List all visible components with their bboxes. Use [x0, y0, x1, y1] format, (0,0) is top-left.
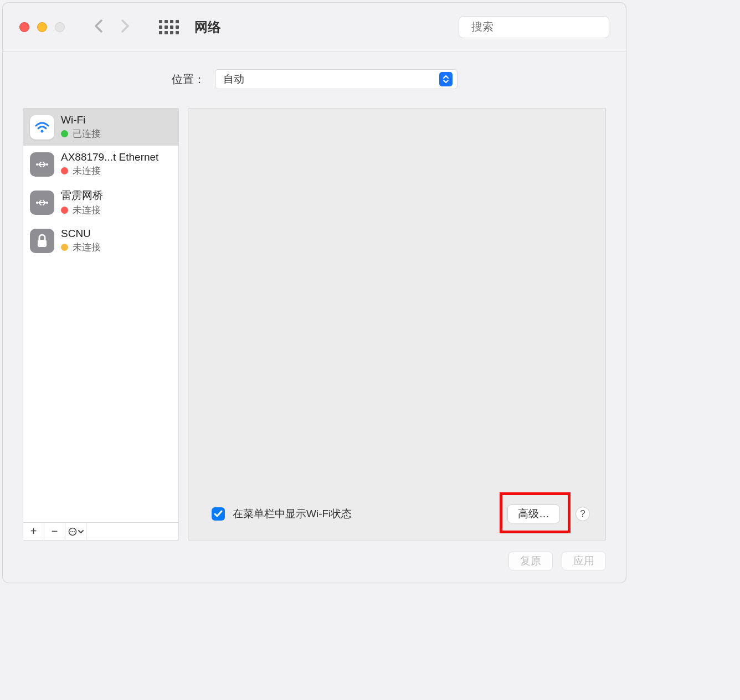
- status-dot-icon: [61, 244, 68, 251]
- service-name: 雷雳网桥: [61, 188, 103, 203]
- service-name: SCNU: [61, 228, 101, 240]
- body-area: Wi-Fi 已连接 AX88179...t Ethernet: [3, 99, 626, 541]
- apply-button[interactable]: 应用: [562, 552, 606, 570]
- svg-point-10: [72, 531, 73, 532]
- location-row: 位置： 自动: [3, 52, 626, 99]
- service-text: SCNU 未连接: [61, 228, 101, 254]
- select-stepper-icon: [439, 72, 453, 86]
- show-in-menubar-checkbox[interactable]: [212, 507, 225, 521]
- service-status: 未连接: [73, 241, 101, 254]
- close-window-button[interactable]: [19, 22, 29, 32]
- service-actions-menu[interactable]: [65, 523, 86, 540]
- minimize-window-button[interactable]: [37, 22, 47, 32]
- service-status-row: 未连接: [61, 164, 158, 177]
- service-text: 雷雳网桥 未连接: [61, 188, 103, 217]
- help-button[interactable]: ?: [575, 507, 590, 521]
- service-name: Wi-Fi: [61, 114, 101, 126]
- ethernet-icon: [30, 152, 54, 177]
- service-status: 未连接: [73, 204, 101, 217]
- back-button[interactable]: [94, 18, 104, 37]
- ellipsis-icon: [68, 527, 77, 536]
- show-in-menubar-label: 在菜单栏中显示Wi-Fi状态: [233, 507, 352, 521]
- svg-point-9: [70, 531, 71, 532]
- search-field[interactable]: [459, 16, 609, 38]
- nav-arrows: [94, 18, 130, 37]
- advanced-button[interactable]: 高级…: [507, 505, 560, 523]
- svg-point-6: [46, 202, 48, 204]
- remove-service-button[interactable]: −: [44, 523, 65, 540]
- status-dot-icon: [61, 167, 68, 174]
- location-label: 位置：: [172, 72, 205, 87]
- service-status-row: 未连接: [61, 241, 101, 254]
- traffic-lights: [19, 22, 65, 32]
- show-all-icon[interactable]: [159, 20, 179, 34]
- wifi-icon: [30, 115, 54, 140]
- service-item-vpn[interactable]: SCNU 未连接: [23, 222, 178, 259]
- svg-point-5: [36, 202, 38, 204]
- svg-point-2: [41, 130, 44, 132]
- service-list: Wi-Fi 已连接 AX88179...t Ethernet: [23, 109, 178, 522]
- service-status: 已连接: [73, 127, 101, 140]
- ethernet-icon: [30, 191, 54, 215]
- detail-pane: 在菜单栏中显示Wi-Fi状态 高级… ?: [188, 108, 606, 541]
- titlebar: 网络: [3, 3, 626, 52]
- service-status: 未连接: [73, 164, 101, 177]
- svg-point-4: [46, 163, 48, 166]
- service-status-row: 未连接: [61, 204, 103, 217]
- zoom-window-button[interactable]: [55, 22, 65, 32]
- forward-button[interactable]: [120, 18, 130, 37]
- service-item-ethernet[interactable]: AX88179...t Ethernet 未连接: [23, 146, 178, 183]
- service-item-wifi[interactable]: Wi-Fi 已连接: [23, 109, 178, 146]
- chevron-down-icon: [78, 529, 84, 534]
- location-value: 自动: [223, 72, 244, 86]
- footer-buttons: 复原 应用: [3, 541, 626, 583]
- network-preferences-window: 网络 位置： 自动 Wi-Fi: [2, 2, 626, 583]
- search-input[interactable]: [471, 20, 611, 33]
- checkmark-icon: [214, 510, 223, 518]
- svg-rect-7: [38, 240, 47, 247]
- service-text: AX88179...t Ethernet 未连接: [61, 151, 158, 177]
- service-status-row: 已连接: [61, 127, 101, 140]
- location-select[interactable]: 自动: [215, 69, 458, 89]
- window-title: 网络: [194, 18, 221, 36]
- service-name: AX88179...t Ethernet: [61, 151, 158, 163]
- status-dot-icon: [61, 207, 68, 214]
- revert-button[interactable]: 复原: [508, 552, 553, 570]
- svg-point-11: [74, 531, 75, 532]
- detail-bottom-row: 在菜单栏中显示Wi-Fi状态 高级… ?: [188, 492, 605, 540]
- service-sidebar: Wi-Fi 已连接 AX88179...t Ethernet: [23, 108, 179, 541]
- status-dot-icon: [61, 130, 68, 137]
- sidebar-footer-spacer: [86, 523, 178, 540]
- svg-point-3: [36, 163, 38, 166]
- lock-icon: [30, 229, 54, 253]
- service-item-thunderbolt-bridge[interactable]: 雷雳网桥 未连接: [23, 183, 178, 222]
- sidebar-footer: + −: [23, 522, 178, 540]
- service-text: Wi-Fi 已连接: [61, 114, 101, 140]
- add-service-button[interactable]: +: [23, 523, 44, 540]
